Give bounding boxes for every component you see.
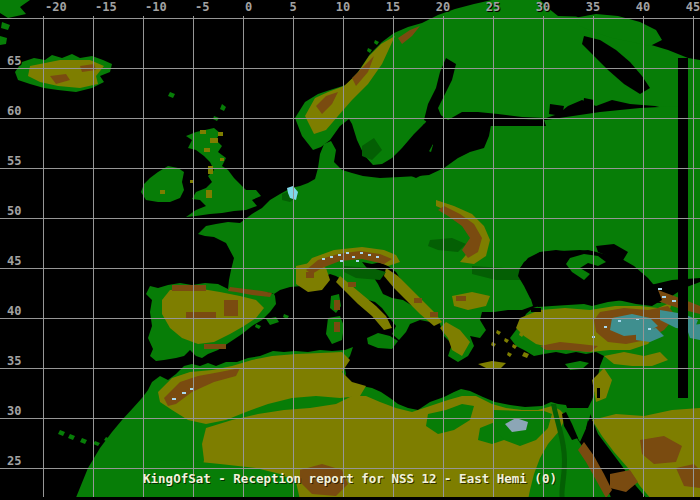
lon-tick-label: 45 [686,1,700,14]
map-caption: KingOfSat - Reception report for NSS 12 … [143,472,557,486]
lat-tick-label: 25 [7,455,21,468]
lat-tick-label: 65 [7,55,21,68]
lon-tick-label: -20 [45,1,67,14]
lat-tick-label: 45 [7,255,21,268]
lon-tick-label: -10 [145,1,167,14]
lon-tick-label: 30 [536,1,550,14]
lon-tick-label: 25 [486,1,500,14]
data-edge-strip [678,58,688,398]
lat-tick-label: 50 [7,205,21,218]
sea-of-marmara [531,308,541,312]
lake-ladoga [549,104,564,116]
mountains-massif-core [306,272,314,278]
lon-tick-label: 15 [386,1,400,14]
lon-tick-label: 40 [636,1,650,14]
lat-tick-label: 55 [7,155,21,168]
lon-tick-label: 10 [336,1,350,14]
lat-tick-label: 30 [7,405,21,418]
lon-tick-label: -5 [195,1,209,14]
lat-tick-label: 35 [7,355,21,368]
lat-tick-label: 60 [7,105,21,118]
lon-tick-label: 35 [586,1,600,14]
lon-tick-label: 0 [245,1,252,14]
lon-tick-label: -15 [95,1,117,14]
lat-tick-label: 40 [7,305,21,318]
dead-sea [597,388,600,398]
lon-tick-label: 20 [436,1,450,14]
europe-terrain-map [0,0,700,500]
reception-map: -20 -15 -10 -5 0 5 10 15 20 25 30 35 40 … [0,0,700,500]
lon-tick-label: 5 [289,1,296,14]
